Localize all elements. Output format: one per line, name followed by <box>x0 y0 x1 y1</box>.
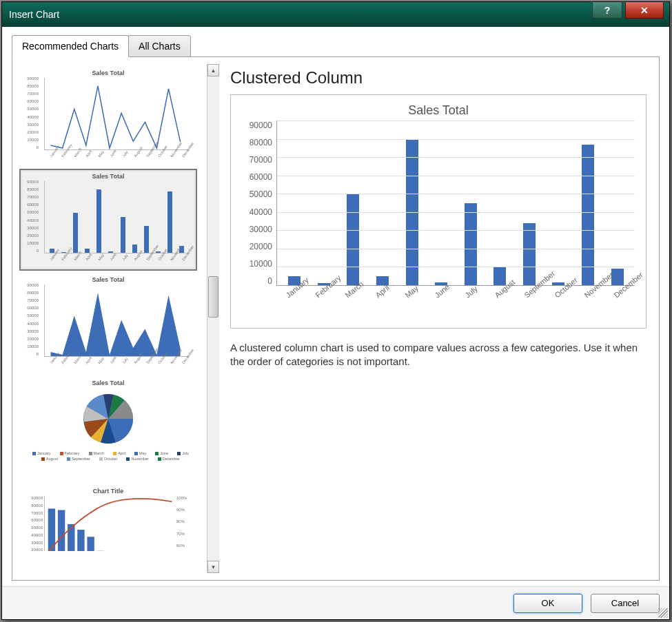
x-tick: March <box>344 289 369 318</box>
chart-thumb-pie[interactable]: Sales Total <box>19 375 197 482</box>
svg-rect-5 <box>77 530 84 552</box>
bar <box>132 245 137 253</box>
x-tick: December <box>613 289 638 318</box>
x-tick: September <box>523 289 549 318</box>
gridline <box>277 157 635 158</box>
svg-rect-7 <box>97 551 104 552</box>
x-tick: July <box>463 289 489 318</box>
gridline <box>277 194 635 194</box>
gridline <box>277 139 635 140</box>
y-tick: 30000 <box>242 225 272 234</box>
scroll-down-button[interactable]: ▼ <box>207 561 219 573</box>
chart-type-description: A clustered column chart is used to comp… <box>230 341 646 369</box>
bar <box>73 213 78 253</box>
x-tick: November <box>582 289 608 318</box>
thumb-plot <box>44 78 189 150</box>
dialog-footer: OK Cancel <box>2 586 669 619</box>
x-tick: May <box>403 289 429 318</box>
chevron-down-icon: ▼ <box>211 564 216 570</box>
bar <box>523 223 536 285</box>
chart-preview-panel: Clustered Column Sales Total 90000800007… <box>225 64 652 573</box>
thumb-yaxis: 90000 80000 70000 60000 50000 40000 3000… <box>21 283 39 356</box>
chart-preview: Sales Total 9000080000700006000050000400… <box>230 94 646 329</box>
bar <box>582 145 594 285</box>
bar <box>96 189 101 253</box>
cancel-button[interactable]: Cancel <box>591 594 660 613</box>
chart-thumb-pareto[interactable]: Chart Title 90000 80000 70000 60000 5000… <box>19 484 197 552</box>
svg-rect-6 <box>87 537 94 552</box>
chart-title: Sales Total <box>242 103 635 118</box>
chart-thumb-clustered-column[interactable]: Sales Total 90000 80000 70000 60000 5000… <box>19 169 197 271</box>
scroll-track[interactable] <box>207 76 219 561</box>
help-button[interactable]: ? <box>592 2 622 19</box>
window-controls: ? ✕ <box>592 2 669 27</box>
y-tick: 90000 <box>242 121 272 130</box>
window-title: Insert Chart <box>9 9 59 20</box>
tab-all-charts[interactable]: All Charts <box>128 35 191 57</box>
tab-strip: Recommended Charts All Charts <box>12 35 660 57</box>
pie-icon <box>77 388 139 450</box>
chart-plot-area: 9000080000700006000050000400003000020000… <box>242 121 635 286</box>
gridline <box>277 230 635 231</box>
x-tick: February <box>314 289 339 318</box>
bar <box>347 194 359 285</box>
y-tick: 20000 <box>242 242 272 251</box>
thumb-title: Sales Total <box>25 276 192 283</box>
bar <box>121 217 125 253</box>
y-tick: 0 <box>242 276 272 286</box>
bar <box>144 226 149 253</box>
thumb-title: Sales Total <box>25 173 192 180</box>
bars-container <box>277 121 635 285</box>
bar <box>376 276 389 285</box>
gridline <box>277 176 635 176</box>
x-tick: August <box>493 289 518 318</box>
bar <box>156 251 161 253</box>
gridline <box>277 249 635 249</box>
y-tick: 60000 <box>242 172 272 182</box>
thumb-list: Sales Total 90000 80000 70000 60000 5000… <box>19 64 207 573</box>
thumb-scrollbar[interactable]: ▲ ▼ <box>207 64 219 573</box>
gridline <box>277 212 635 213</box>
thumb-plot <box>44 284 189 357</box>
scroll-up-button[interactable]: ▲ <box>207 64 219 76</box>
pareto-left-axis: 90000 80000 70000 60000 50000 40000 3000… <box>25 496 44 552</box>
thumb-xaxis: January February March April May June Ju… <box>44 253 189 263</box>
bar <box>465 203 477 286</box>
titlebar: Insert Chart ? ✕ <box>2 2 669 27</box>
scroll-thumb[interactable] <box>208 276 218 318</box>
thumb-title: Sales Total <box>25 380 192 386</box>
tab-content: Sales Total 90000 80000 70000 60000 5000… <box>12 56 660 581</box>
resize-grip-icon[interactable] <box>658 608 668 618</box>
x-tick: January <box>284 289 309 318</box>
y-tick: 80000 <box>242 138 272 147</box>
y-tick: 50000 <box>242 189 272 199</box>
y-tick: 40000 <box>242 207 272 217</box>
plot-surface <box>276 121 635 286</box>
chart-thumb-area[interactable]: Sales Total 90000 80000 70000 60000 5000… <box>19 272 197 374</box>
x-axis: JanuaryFebruaryMarchAprilMayJuneJulyAugu… <box>276 286 635 320</box>
gridline <box>277 121 635 121</box>
pareto-right-axis: 100% 90% 80% 70% 60% 50% <box>175 496 192 552</box>
x-tick: October <box>553 289 578 318</box>
thumb-plot <box>44 181 189 253</box>
y-axis: 9000080000700006000050000400003000020000… <box>242 121 276 286</box>
chart-type-heading: Clustered Column <box>230 68 646 87</box>
help-icon: ? <box>604 5 611 16</box>
thumb-xaxis: January February March April May June Ju… <box>44 150 189 160</box>
recommended-thumbs-panel: Sales Total 90000 80000 70000 60000 5000… <box>19 64 219 573</box>
close-button[interactable]: ✕ <box>625 2 664 19</box>
titlebar-background-blur <box>59 2 592 27</box>
dialog-body: Recommended Charts All Charts Sales Tota… <box>2 27 669 586</box>
ok-button[interactable]: OK <box>513 594 582 613</box>
svg-marker-0 <box>51 293 181 356</box>
bar <box>167 191 172 253</box>
y-tick: 70000 <box>242 155 272 165</box>
thumb-scroll-area: Sales Total 90000 80000 70000 60000 5000… <box>19 64 219 573</box>
x-tick: June <box>434 289 459 318</box>
chart-thumb-line[interactable]: Sales Total 90000 80000 70000 60000 5000… <box>19 65 197 167</box>
chevron-up-icon: ▲ <box>211 68 216 74</box>
thumb-title: Sales Total <box>25 70 192 76</box>
gridline <box>277 267 635 267</box>
tab-recommended-charts[interactable]: Recommended Charts <box>12 35 129 57</box>
pie-legend: January February March April May June Ju… <box>25 451 192 461</box>
